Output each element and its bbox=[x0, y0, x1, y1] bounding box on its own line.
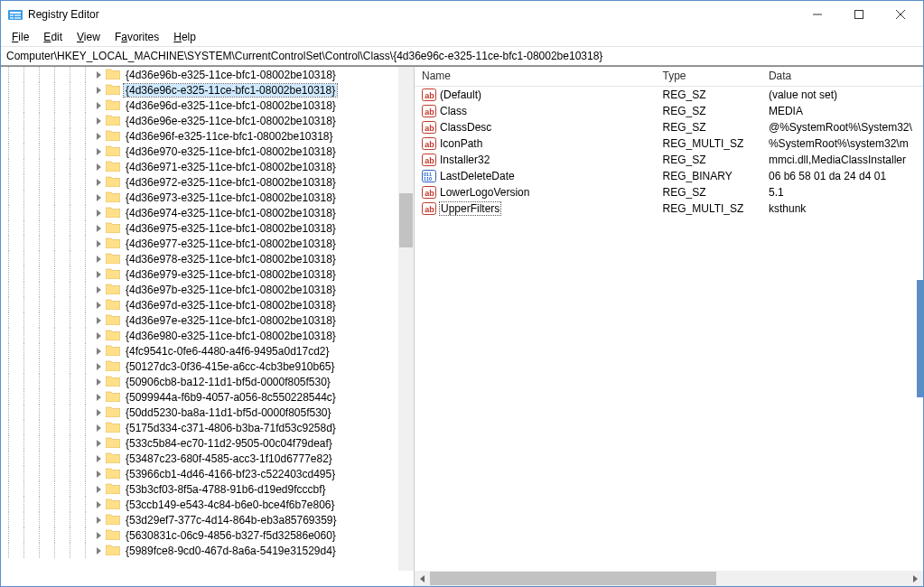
tree-item[interactable]: {4fc9541c-0fe6-4480-a4f6-9495a0d17cd2} bbox=[1, 343, 339, 359]
tree-item[interactable]: {53b3cf03-8f5a-4788-91b6-d19ed9fcccbf} bbox=[1, 481, 339, 497]
expand-collapse-icon[interactable] bbox=[93, 205, 106, 220]
menu-edit[interactable]: Edit bbox=[36, 29, 70, 45]
list-row[interactable]: ClassDescREG_SZ@%SystemRoot%\System32\ bbox=[415, 119, 923, 135]
tree-item[interactable]: {4d36e97e-e325-11ce-bfc1-08002be10318} bbox=[1, 312, 339, 328]
maximize-button[interactable] bbox=[838, 1, 880, 28]
list-body[interactable]: (Default)REG_SZ(value not set)ClassREG_S… bbox=[415, 87, 923, 571]
tree-item[interactable]: {4d36e978-e325-11ce-bfc1-08002be10318} bbox=[1, 251, 339, 266]
tree-item[interactable]: {4d36e972-e325-11ce-bfc1-08002be10318} bbox=[1, 174, 339, 190]
scroll-right-button[interactable] bbox=[908, 571, 923, 586]
address-bar[interactable]: Computer\HKEY_LOCAL_MACHINE\SYSTEM\Curre… bbox=[1, 46, 923, 66]
expand-collapse-icon[interactable] bbox=[93, 420, 106, 435]
value-data: (value not set) bbox=[761, 89, 923, 101]
expand-collapse-icon[interactable] bbox=[93, 159, 106, 174]
menu-favorites[interactable]: Favorites bbox=[107, 29, 166, 45]
expand-collapse-icon[interactable] bbox=[93, 312, 106, 328]
tree-item[interactable]: {53d29ef7-377c-4d14-864b-eb3a85769359} bbox=[1, 512, 339, 527]
tree-item[interactable]: {53966cb1-4d46-4166-bf23-c522403cd495} bbox=[1, 466, 339, 481]
string-value-icon bbox=[422, 136, 436, 151]
scrollbar-thumb[interactable] bbox=[430, 572, 716, 585]
minimize-button[interactable] bbox=[797, 1, 838, 28]
scrollbar-thumb[interactable] bbox=[399, 193, 413, 247]
tree-item[interactable]: {4d36e974-e325-11ce-bfc1-08002be10318} bbox=[1, 205, 339, 220]
list-row[interactable]: LowerLogoVersionREG_SZ5.1 bbox=[415, 184, 923, 200]
list-row[interactable]: LastDeleteDateREG_BINARY06 b6 58 01 da 2… bbox=[415, 168, 923, 184]
tree-item[interactable]: {4d36e975-e325-11ce-bfc1-08002be10318} bbox=[1, 220, 339, 236]
column-header-type[interactable]: Type bbox=[656, 67, 761, 86]
column-header-data[interactable]: Data bbox=[761, 67, 923, 86]
expand-collapse-icon[interactable] bbox=[93, 67, 106, 82]
expand-collapse-icon[interactable] bbox=[93, 543, 106, 558]
expand-collapse-icon[interactable] bbox=[93, 328, 106, 343]
tree-item[interactable]: {53ccb149-e543-4c84-b6e0-bce4f6b7e806} bbox=[1, 497, 339, 512]
tree-item[interactable]: {5175d334-c371-4806-b3ba-71fd53c9258d} bbox=[1, 420, 339, 435]
tree-item[interactable]: {4d36e977-e325-11ce-bfc1-08002be10318} bbox=[1, 236, 339, 251]
column-header-name[interactable]: Name bbox=[415, 67, 656, 86]
tree-item-label: {4d36e96b-e325-11ce-bfc1-08002be10318} bbox=[124, 69, 338, 81]
tree-item[interactable]: {4d36e980-e325-11ce-bfc1-08002be10318} bbox=[1, 328, 339, 343]
tree-item[interactable]: {4d36e96f-e325-11ce-bfc1-08002be10318} bbox=[1, 128, 339, 144]
expand-collapse-icon[interactable] bbox=[93, 512, 106, 527]
tree-pane[interactable]: {4d36e96b-e325-11ce-bfc1-08002be10318}{4… bbox=[1, 67, 415, 586]
tree-item-label: {50127dc3-0f36-415e-a6cc-4cb3be910b65} bbox=[124, 360, 337, 373]
expand-collapse-icon[interactable] bbox=[93, 405, 106, 420]
expand-collapse-icon[interactable] bbox=[93, 527, 106, 543]
expand-collapse-icon[interactable] bbox=[93, 251, 106, 266]
tree-item[interactable]: {4d36e973-e325-11ce-bfc1-08002be10318} bbox=[1, 190, 339, 205]
expand-collapse-icon[interactable] bbox=[93, 266, 106, 282]
expand-collapse-icon[interactable] bbox=[93, 113, 106, 128]
tree-item[interactable]: {50127dc3-0f36-415e-a6cc-4cb3be910b65} bbox=[1, 359, 339, 374]
expand-collapse-icon[interactable] bbox=[93, 174, 106, 190]
expand-collapse-icon[interactable] bbox=[93, 82, 106, 98]
expand-collapse-icon[interactable] bbox=[93, 297, 106, 312]
tree-item[interactable]: {5099944a-f6b9-4057-a056-8c550228544c} bbox=[1, 389, 339, 405]
menu-file[interactable]: File bbox=[5, 29, 36, 45]
expand-collapse-icon[interactable] bbox=[93, 144, 106, 159]
tree-item[interactable]: {4d36e971-e325-11ce-bfc1-08002be10318} bbox=[1, 159, 339, 174]
list-row[interactable]: Installer32REG_SZmmci.dll,MediaClassInst… bbox=[415, 152, 923, 168]
expand-collapse-icon[interactable] bbox=[93, 343, 106, 359]
tree-item-label: {4d36e96d-e325-11ce-bfc1-08002be10318} bbox=[124, 99, 338, 112]
tree-item[interactable]: {53487c23-680f-4585-acc3-1f10d6777e82} bbox=[1, 451, 339, 466]
close-button[interactable] bbox=[880, 1, 921, 28]
menu-view[interactable]: View bbox=[70, 29, 107, 45]
expand-collapse-icon[interactable] bbox=[93, 128, 106, 144]
tree-item[interactable]: {50906cb8-ba12-11d1-bf5d-0000f805f530} bbox=[1, 374, 339, 389]
expand-collapse-icon[interactable] bbox=[93, 451, 106, 466]
string-value-icon bbox=[422, 201, 436, 216]
tree-item[interactable]: {4d36e96c-e325-11ce-bfc1-08002be10318} bbox=[1, 82, 339, 98]
scroll-left-button[interactable] bbox=[415, 571, 430, 586]
expand-collapse-icon[interactable] bbox=[93, 466, 106, 481]
tree-item[interactable]: {50dd5230-ba8a-11d1-bf5d-0000f805f530} bbox=[1, 405, 339, 420]
expand-collapse-icon[interactable] bbox=[93, 220, 106, 236]
tree-item[interactable]: {533c5b84-ec70-11d2-9505-00c04f79deaf} bbox=[1, 435, 339, 451]
tree-item[interactable]: {4d36e97b-e325-11ce-bfc1-08002be10318} bbox=[1, 282, 339, 297]
expand-collapse-icon[interactable] bbox=[93, 497, 106, 512]
expand-collapse-icon[interactable] bbox=[93, 374, 106, 389]
tree-item[interactable]: {4d36e979-e325-11ce-bfc1-08002be10318} bbox=[1, 266, 339, 282]
tree-item[interactable]: {5630831c-06c9-4856-b327-f5d32586e060} bbox=[1, 527, 339, 543]
tree-item[interactable]: {5989fce8-9cd0-467d-8a6a-5419e31529d4} bbox=[1, 543, 339, 558]
tree-item[interactable]: {4d36e97d-e325-11ce-bfc1-08002be10318} bbox=[1, 297, 339, 312]
list-row[interactable]: (Default)REG_SZ(value not set) bbox=[415, 87, 923, 103]
tree-item[interactable]: {4d36e96d-e325-11ce-bfc1-08002be10318} bbox=[1, 98, 339, 113]
tree-vertical-scrollbar[interactable] bbox=[398, 67, 414, 571]
list-horizontal-scrollbar[interactable] bbox=[415, 571, 923, 586]
list-row[interactable]: UpperFiltersREG_MULTI_SZksthunk bbox=[415, 200, 923, 217]
expand-collapse-icon[interactable] bbox=[93, 435, 106, 451]
tree-item[interactable]: {4d36e96b-e325-11ce-bfc1-08002be10318} bbox=[1, 67, 339, 82]
expand-collapse-icon[interactable] bbox=[93, 282, 106, 297]
expand-collapse-icon[interactable] bbox=[93, 359, 106, 374]
value-data: mmci.dll,MediaClassInstaller bbox=[761, 154, 923, 166]
expand-collapse-icon[interactable] bbox=[93, 98, 106, 113]
tree-item[interactable]: {4d36e96e-e325-11ce-bfc1-08002be10318} bbox=[1, 113, 339, 128]
expand-collapse-icon[interactable] bbox=[93, 190, 106, 205]
list-row[interactable]: ClassREG_SZMEDIA bbox=[415, 103, 923, 119]
list-row[interactable]: IconPathREG_MULTI_SZ%SystemRoot%\system3… bbox=[415, 135, 923, 152]
expand-collapse-icon[interactable] bbox=[93, 236, 106, 251]
expand-collapse-icon[interactable] bbox=[93, 481, 106, 497]
expand-collapse-icon[interactable] bbox=[93, 389, 106, 405]
menu-help[interactable]: Help bbox=[166, 29, 203, 45]
folder-icon bbox=[106, 267, 124, 282]
tree-item[interactable]: {4d36e970-e325-11ce-bfc1-08002be10318} bbox=[1, 144, 339, 159]
